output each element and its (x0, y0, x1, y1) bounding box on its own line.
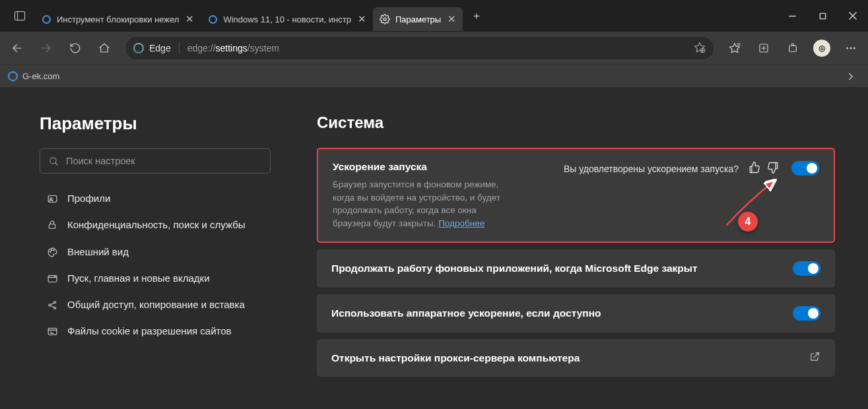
favicon-circle-icon (8, 71, 18, 81)
proxy-settings-row[interactable]: Открыть настройки прокси-сервера компьют… (317, 339, 835, 377)
settings-content: Параметры Поиск настроек Профили Конфиде… (0, 87, 868, 409)
hardware-accel-row: Использовать аппаратное ускорение, если … (317, 294, 835, 332)
add-favorite-button[interactable] (694, 42, 706, 55)
settings-main: Система Ускорение запуска Браузер запуст… (290, 87, 868, 409)
tab-label: Windows 11, 10 - новости, инстр (223, 15, 351, 24)
reload-button[interactable] (62, 35, 88, 61)
tab-1[interactable]: Инструмент блокировки нежел ✕ (34, 7, 201, 31)
settings-sidebar: Параметры Поиск настроек Профили Конфиде… (0, 87, 290, 409)
panel-icon (15, 11, 25, 20)
nav-cookies[interactable]: Файлы cookie и разрешения сайтов (40, 318, 271, 344)
brand-label: Edge (149, 43, 171, 53)
svg-marker-11 (730, 44, 740, 53)
window-controls (777, 3, 868, 29)
nav-share[interactable]: Общий доступ, копирование и вставка (40, 292, 271, 318)
close-icon[interactable]: ✕ (185, 13, 194, 25)
svg-point-28 (51, 249, 51, 250)
nav-toolbar: Edge edge://settings/system ◎ (0, 32, 868, 65)
lock-icon (46, 220, 58, 230)
main-heading: Система (317, 113, 835, 132)
home-button[interactable] (91, 35, 117, 61)
startup-boost-title: Ускорение запуска (333, 161, 552, 173)
tab-label: Параметры (395, 15, 441, 24)
search-icon (48, 156, 59, 167)
share-icon (46, 299, 58, 311)
vertical-tabs-button[interactable] (5, 0, 34, 32)
palette-icon (46, 247, 58, 258)
startup-boost-toggle[interactable] (791, 161, 819, 175)
site-identity[interactable]: Edge (133, 43, 180, 53)
address-bar[interactable]: Edge edge://settings/system (125, 37, 714, 59)
thumbs-up-button[interactable] (748, 161, 761, 176)
nav-privacy[interactable]: Конфиденциальность, поиск и службы (40, 212, 271, 238)
background-apps-toggle[interactable] (793, 261, 820, 276)
favicon-circle-icon (207, 14, 218, 24)
tab-2[interactable]: Windows 11, 10 - новости, инстр ✕ (201, 7, 373, 31)
nav-start[interactable]: Пуск, главная и новые вкладки (40, 265, 271, 292)
svg-point-0 (384, 18, 386, 20)
tab-label: Инструмент блокировки нежел (57, 15, 179, 24)
title-bar: Инструмент блокировки нежел ✕ Windows 11… (0, 0, 868, 32)
background-apps-row: Продолжать работу фоновых приложений, ко… (317, 249, 835, 288)
settings-nav: Профили Конфиденциальность, поиск и служ… (40, 185, 271, 345)
svg-point-27 (50, 251, 50, 252)
gear-icon (380, 14, 390, 24)
learn-more-link[interactable]: Подробнее (438, 218, 484, 228)
new-tab-button[interactable]: ＋ (465, 9, 488, 23)
close-window-button[interactable] (838, 3, 868, 29)
row-title: Открыть настройки прокси-сервера компьют… (331, 352, 809, 364)
minimize-button[interactable] (777, 3, 807, 29)
svg-point-20 (850, 47, 851, 49)
svg-rect-38 (48, 329, 57, 335)
external-link-icon (809, 351, 820, 365)
edge-icon (133, 43, 144, 53)
svg-line-23 (55, 162, 57, 164)
annotation-badge: 4 (738, 212, 758, 232)
close-icon[interactable]: ✕ (448, 13, 456, 25)
nav-appearance[interactable]: Внешний вид (40, 239, 271, 265)
svg-rect-2 (820, 13, 825, 18)
avatar-icon: ◎ (813, 40, 830, 57)
feedback-question: Вы удовлетворены ускорением запуска? (564, 164, 739, 174)
profile-icon (46, 193, 58, 204)
url-text: edge://settings/system (187, 43, 279, 53)
search-placeholder: Поиск настроек (66, 156, 135, 166)
newtab-icon (46, 273, 58, 284)
bookmarks-bar: G-ek.com (0, 65, 868, 87)
settings-search-input[interactable]: Поиск настроек (40, 148, 271, 173)
tab-3-active[interactable]: Параметры ✕ (373, 7, 463, 31)
favorites-button[interactable] (721, 35, 748, 61)
row-title: Использовать аппаратное ускорение, если … (331, 307, 793, 319)
forward-button[interactable] (33, 35, 59, 61)
tab-strip: Инструмент блокировки нежел ✕ Windows 11… (0, 0, 488, 32)
startup-boost-desc: Браузер запустится в фоновом режиме, ког… (333, 178, 511, 230)
row-title: Продолжать работу фоновых приложений, ко… (331, 263, 793, 274)
back-button[interactable] (4, 35, 30, 61)
favicon-circle-icon (41, 14, 51, 24)
svg-line-37 (50, 305, 53, 307)
hardware-accel-toggle[interactable] (793, 306, 820, 321)
bookmarks-overflow-button[interactable] (842, 63, 860, 90)
close-icon[interactable]: ✕ (358, 13, 366, 25)
svg-line-36 (50, 303, 53, 305)
bookmark-item[interactable]: G-ek.com (8, 71, 59, 81)
profile-button[interactable]: ◎ (809, 35, 835, 61)
svg-rect-26 (49, 224, 55, 229)
startup-boost-panel: Ускорение запуска Браузер запустится в ф… (317, 148, 835, 243)
svg-point-32 (54, 276, 55, 276)
svg-point-29 (53, 249, 53, 250)
svg-point-19 (847, 47, 848, 49)
svg-rect-18 (792, 44, 794, 46)
maximize-button[interactable] (807, 3, 838, 29)
menu-button[interactable] (838, 35, 864, 61)
feedback-section: Вы удовлетворены ускорением запуска? (564, 161, 780, 176)
collections-button[interactable] (751, 35, 777, 61)
bookmark-label: G-ek.com (22, 71, 59, 81)
svg-rect-17 (789, 46, 797, 51)
permissions-icon (46, 326, 58, 337)
svg-point-21 (853, 47, 855, 49)
extensions-button[interactable] (780, 35, 806, 61)
sidebar-heading: Параметры (40, 113, 271, 134)
nav-profiles[interactable]: Профили (40, 185, 271, 212)
thumbs-down-button[interactable] (766, 161, 780, 176)
